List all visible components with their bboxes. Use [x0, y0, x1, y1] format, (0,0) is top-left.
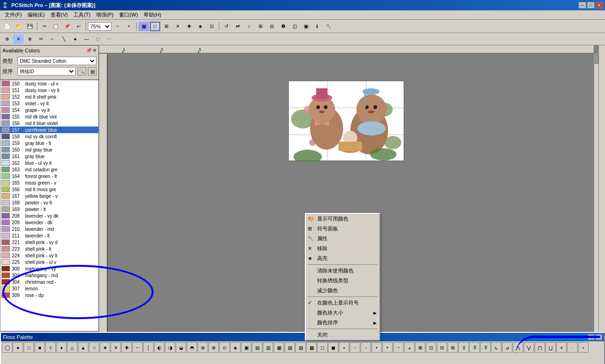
- color-list-item[interactable]: 158 md vy dk cornfl: [0, 133, 98, 140]
- draw-tool4[interactable]: ✏: [36, 34, 46, 44]
- tool12[interactable]: ⊟: [267, 22, 277, 31]
- select-button[interactable]: □: [150, 22, 160, 31]
- floss-symbol-button[interactable]: ◦: [361, 342, 371, 353]
- floss-symbol-button[interactable]: △: [67, 342, 78, 353]
- color-list-item[interactable]: 167 yellow beige - v: [0, 193, 98, 199]
- ctx-reduce-colors[interactable]: 减少颜色: [306, 286, 380, 296]
- vertical-scrollbar[interactable]: [594, 54, 598, 338]
- color-list-item[interactable]: 169 pewter - lt: [0, 206, 98, 212]
- color-list-item[interactable]: 159 gray blue - lt: [0, 140, 98, 146]
- floss-symbol-button[interactable]: ◐: [154, 342, 164, 353]
- menu-enhance[interactable]: 增强(P): [93, 10, 116, 19]
- color-list-item[interactable]: 209 lavender - dk: [0, 219, 98, 226]
- close-button[interactable]: ✕: [596, 2, 603, 8]
- pin-icon[interactable]: 📌: [86, 48, 92, 53]
- floss-symbol-button[interactable]: ⊕: [198, 342, 208, 353]
- color-list-item[interactable]: 223 shell pink - lt: [0, 245, 98, 252]
- color-list-item[interactable]: 152 md lt shell pink: [0, 93, 98, 100]
- color-list-item[interactable]: 164 forest green - lt: [0, 173, 98, 179]
- search-color-button[interactable]: 🔍: [78, 67, 86, 76]
- color-list-item[interactable]: 155 md dk blue viol: [0, 113, 98, 120]
- floss-symbol-button[interactable]: ‣: [382, 342, 393, 353]
- floss-symbol-button[interactable]: ☆: [89, 342, 99, 353]
- floss-symbol-button[interactable]: ⊼: [469, 342, 480, 353]
- floss-symbol-button[interactable]: ▧: [285, 342, 295, 353]
- ctx-block-size[interactable]: 颜色块大小: [306, 308, 380, 318]
- new-button[interactable]: 📄: [2, 22, 12, 31]
- color-list-item[interactable]: 221 shell pink - vy d: [0, 239, 98, 245]
- draw-tool6[interactable]: ╲: [59, 34, 69, 44]
- color-list-item[interactable]: 157 cornflower blue: [0, 127, 98, 133]
- floss-symbol-button[interactable]: ⊾: [491, 342, 501, 353]
- canvas-area[interactable]: 1 2 3: [99, 45, 598, 342]
- ctx-show-symbols[interactable]: ✓ 在颜色上显示符号: [306, 298, 380, 308]
- floss-symbol-button[interactable]: ✚: [121, 342, 132, 353]
- floss-symbol-button[interactable]: ⊞: [448, 342, 458, 353]
- color-list-item[interactable]: 301 mahogany - md: [0, 272, 98, 279]
- floss-symbol-button[interactable]: ▩: [306, 342, 317, 353]
- floss-symbol-button[interactable]: ⋀: [513, 342, 523, 353]
- menu-tools[interactable]: 工具(T): [70, 10, 93, 19]
- floss-symbol-button[interactable]: │: [143, 342, 154, 353]
- floss-symbol-button[interactable]: ⊙: [219, 342, 230, 353]
- menu-help[interactable]: 帮助(H): [141, 10, 164, 19]
- undo-button[interactable]: ↩: [73, 22, 84, 31]
- floss-pin-button[interactable]: 📌: [588, 334, 595, 340]
- minimize-button[interactable]: ─: [579, 2, 586, 8]
- tool17[interactable]: 🔧: [323, 22, 334, 31]
- tool9[interactable]: ⇄: [233, 22, 243, 31]
- copy-button[interactable]: 📋: [51, 22, 61, 31]
- options-button[interactable]: ▤: [88, 67, 96, 76]
- floss-symbol-button[interactable]: ⊻: [458, 342, 469, 353]
- floss-symbol-button[interactable]: ⊡: [426, 342, 436, 353]
- color-list-item[interactable]: 309 rose - dp: [0, 292, 98, 298]
- floss-symbol-button[interactable]: ▫: [350, 342, 360, 353]
- floss-symbol-button[interactable]: ⁎: [404, 342, 415, 353]
- color-list-item[interactable]: 163 md celadon gre: [0, 166, 98, 173]
- ctx-clear-unused[interactable]: 清除未使用颜色: [306, 266, 380, 276]
- zoom-select[interactable]: 25% 50% 75% 100% 150% 200%: [88, 22, 112, 31]
- tool6[interactable]: ◈: [195, 22, 206, 31]
- color-list-item[interactable]: 166 md lt moss gre: [0, 186, 98, 193]
- floss-symbol-button[interactable]: ⋂: [535, 342, 545, 353]
- color-list-item[interactable]: 150 dusty rose - ul v: [0, 80, 98, 87]
- ctx-convert-type[interactable]: 转换绣线类型: [306, 276, 380, 286]
- draw-tool3[interactable]: ⊗: [25, 34, 35, 44]
- floss-symbol-button[interactable]: ▤: [252, 342, 262, 353]
- color-list-item[interactable]: 300 mahogany - vy: [0, 265, 98, 272]
- tool10[interactable]: ↕: [244, 22, 254, 31]
- color-list-item[interactable]: 208 lavender - vy dk: [0, 212, 98, 219]
- color-list-item[interactable]: 211 lavender - lt: [0, 232, 98, 239]
- ctx-remove[interactable]: ✕ 移除: [306, 244, 380, 254]
- floss-symbol-button[interactable]: ◻: [317, 342, 328, 353]
- ctx-symbol-panel[interactable]: ⊞ 符号面板: [306, 224, 380, 234]
- tool16[interactable]: ℹ: [312, 22, 322, 31]
- color-list-item[interactable]: 210 lavender - md: [0, 226, 98, 232]
- floss-symbol-button[interactable]: ▥: [263, 342, 273, 353]
- color-list-item[interactable]: 224 shell pink - vy lt: [0, 252, 98, 259]
- color-list-item[interactable]: 153 violet - vy lt: [0, 100, 98, 107]
- floss-symbol-button[interactable]: ⋆: [578, 342, 588, 353]
- floss-symbol-button[interactable]: ◯: [2, 342, 12, 353]
- floss-symbol-button[interactable]: ⊗: [208, 342, 219, 353]
- floss-symbol-button[interactable]: ⊟: [437, 342, 447, 353]
- floss-symbol-button[interactable]: ⊽: [480, 342, 491, 353]
- tool11[interactable]: ⊞: [255, 22, 266, 31]
- ctx-close[interactable]: 关闭: [306, 330, 380, 340]
- color-list-item[interactable]: 168 pewter - vy lt: [0, 199, 98, 206]
- tool14[interactable]: ◫: [289, 22, 300, 31]
- floss-symbol-button[interactable]: ▨: [295, 342, 306, 353]
- floss-symbol-button[interactable]: ▣: [241, 342, 251, 353]
- floss-symbol-button[interactable]: □: [24, 342, 34, 353]
- floss-symbol-button[interactable]: ✕: [111, 342, 121, 353]
- ctx-highlight[interactable]: ★ 高亮: [306, 254, 380, 263]
- floss-symbol-button[interactable]: ▦: [274, 342, 284, 353]
- tool4[interactable]: ✕: [173, 22, 183, 31]
- color-list-item[interactable]: 161 gray blue: [0, 153, 98, 160]
- color-list-item[interactable]: 154 grape - vy lt: [0, 107, 98, 113]
- maximize-button[interactable]: □: [587, 2, 595, 8]
- floss-symbol-button[interactable]: ◑: [165, 342, 175, 353]
- menu-window[interactable]: 窗口(W): [116, 10, 141, 19]
- draw-tool8[interactable]: —: [81, 34, 92, 44]
- draw-tool9[interactable]: ◌: [93, 34, 103, 44]
